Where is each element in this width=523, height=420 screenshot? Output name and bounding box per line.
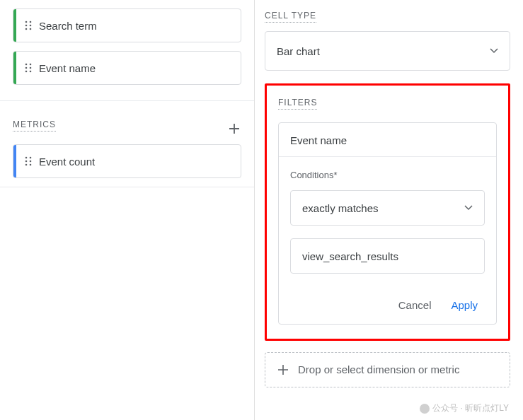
svg-point-5 — [30, 28, 32, 30]
plus-icon — [277, 363, 289, 376]
dimension-label: Search term — [39, 20, 97, 32]
filters-section-label: FILTERS — [278, 98, 317, 110]
svg-point-0 — [25, 21, 28, 23]
svg-point-15 — [30, 161, 32, 163]
chevron-down-icon — [490, 48, 498, 54]
filters-highlight-box: FILTERS Event name Conditions* exactly m… — [265, 83, 510, 341]
divider — [0, 187, 254, 187]
dimension-chip-event-name[interactable]: Event name — [13, 51, 241, 85]
drag-handle-icon[interactable] — [16, 156, 39, 166]
match-type-dropdown[interactable]: exactly matches — [290, 190, 485, 226]
match-type-value: exactly matches — [302, 202, 379, 214]
svg-point-13 — [30, 157, 32, 159]
filter-value-input[interactable]: view_search_results — [290, 238, 485, 274]
drag-handle-icon[interactable] — [16, 63, 39, 73]
svg-point-2 — [25, 25, 28, 27]
chevron-down-icon — [464, 205, 473, 211]
metric-chip-event-count[interactable]: Event count — [13, 144, 241, 178]
filter-value-text: view_search_results — [302, 250, 398, 262]
add-metric-icon[interactable] — [227, 122, 241, 136]
svg-point-17 — [30, 164, 32, 166]
metric-label: Event count — [39, 156, 95, 168]
dimension-label: Event name — [39, 62, 96, 74]
apply-button[interactable]: Apply — [451, 299, 478, 311]
drag-handle-icon[interactable] — [16, 21, 39, 30]
drop-zone-text: Drop or select dimension or metric — [298, 363, 459, 377]
cell-type-section-label: CELL TYPE — [265, 11, 316, 23]
filter-card: Event name Conditions* exactly matches v… — [278, 122, 497, 325]
cancel-button[interactable]: Cancel — [398, 299, 432, 311]
cell-type-value: Bar chart — [277, 45, 320, 57]
drop-zone[interactable]: Drop or select dimension or metric — [265, 352, 510, 387]
svg-point-8 — [25, 67, 28, 69]
svg-point-14 — [25, 161, 28, 163]
svg-point-1 — [30, 21, 32, 23]
svg-point-9 — [30, 67, 32, 69]
cell-type-dropdown[interactable]: Bar chart — [265, 31, 510, 71]
svg-point-3 — [30, 25, 32, 27]
svg-point-4 — [25, 28, 28, 30]
svg-point-10 — [25, 71, 28, 73]
svg-point-7 — [30, 64, 32, 66]
svg-point-6 — [25, 64, 28, 66]
watermark: 公众号 · 昕昕点灯LY — [420, 402, 509, 414]
divider — [0, 100, 254, 101]
svg-point-12 — [25, 157, 28, 159]
svg-point-11 — [30, 71, 32, 73]
conditions-label: Conditions* — [290, 170, 485, 180]
svg-point-16 — [25, 164, 28, 166]
metrics-section-label: METRICS — [13, 119, 56, 132]
filter-dimension-name[interactable]: Event name — [279, 123, 496, 157]
dimension-chip-search-term[interactable]: Search term — [13, 8, 241, 42]
